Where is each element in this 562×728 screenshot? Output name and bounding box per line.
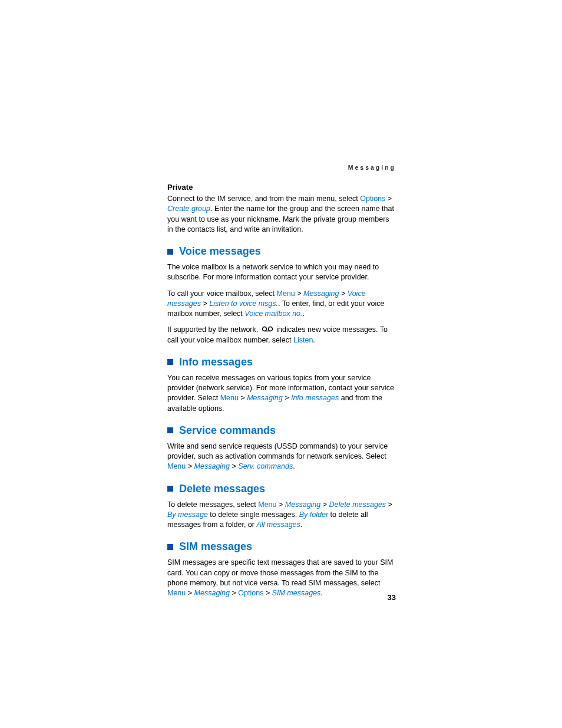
text: . bbox=[303, 309, 305, 318]
voice-p3: If supported by the network, indicates n… bbox=[167, 325, 396, 345]
text: to delete single messages, bbox=[208, 510, 299, 519]
separator: > bbox=[232, 462, 236, 470]
bullet-icon bbox=[167, 544, 173, 550]
text: SIM messages are specific text messages … bbox=[167, 558, 394, 587]
separator: > bbox=[279, 500, 283, 509]
heading-voice-messages: Voice messages bbox=[167, 245, 396, 258]
text: . bbox=[313, 336, 315, 344]
link-mailbox-no[interactable]: Voice mailbox no. bbox=[244, 309, 302, 318]
text: Write and send service requests (USSD co… bbox=[167, 442, 388, 460]
svg-point-1 bbox=[268, 327, 272, 331]
heading-text: Delete messages bbox=[179, 483, 265, 495]
heading-text: SIM messages bbox=[179, 541, 252, 553]
link-serv-commands[interactable]: Serv. commands bbox=[238, 462, 293, 470]
link-by-message[interactable]: By message bbox=[167, 510, 208, 519]
link-menu[interactable]: Menu bbox=[167, 462, 186, 470]
link-messaging[interactable]: Messaging bbox=[303, 289, 339, 298]
running-header: Messaging bbox=[167, 164, 396, 171]
link-delete-messages[interactable]: Delete messages bbox=[329, 500, 386, 509]
link-by-folder[interactable]: By folder bbox=[299, 510, 328, 519]
heading-text: Service commands bbox=[179, 424, 276, 437]
separator: > bbox=[240, 394, 244, 402]
text: To call your voice mailbox, select bbox=[167, 289, 277, 298]
separator: > bbox=[297, 289, 301, 298]
delete-p1: To delete messages, select Menu > Messag… bbox=[167, 500, 396, 531]
link-create-group[interactable]: Create group bbox=[167, 205, 210, 213]
heading-sim-messages: SIM messages bbox=[167, 541, 396, 553]
separator: > bbox=[285, 394, 289, 402]
bullet-icon bbox=[167, 486, 173, 492]
text: To delete messages, select bbox=[167, 500, 258, 509]
text: Connect to the IM service, and from the … bbox=[167, 195, 360, 203]
bullet-icon bbox=[167, 249, 173, 255]
voicemail-icon bbox=[262, 325, 273, 335]
link-listen-voice[interactable]: Listen to voice msgs. bbox=[209, 299, 278, 308]
bullet-icon bbox=[167, 359, 173, 365]
separator: > bbox=[188, 462, 192, 470]
heading-info-messages: Info messages bbox=[167, 356, 396, 368]
separator: > bbox=[323, 500, 327, 509]
link-all-messages[interactable]: All messages bbox=[256, 521, 300, 529]
link-messaging[interactable]: Messaging bbox=[285, 500, 320, 509]
sim-p1: SIM messages are specific text messages … bbox=[167, 558, 396, 598]
heading-delete-messages: Delete messages bbox=[167, 483, 396, 495]
heading-private: Private bbox=[167, 183, 396, 192]
link-options[interactable]: Options bbox=[360, 195, 385, 203]
link-menu[interactable]: Menu bbox=[258, 500, 276, 509]
separator: > bbox=[388, 500, 392, 509]
separator: > bbox=[388, 195, 392, 203]
page-content: Messaging Private Connect to the IM serv… bbox=[167, 164, 396, 604]
separator: > bbox=[341, 289, 345, 298]
svg-point-0 bbox=[262, 327, 266, 331]
service-p1: Write and send service requests (USSD co… bbox=[167, 442, 396, 472]
voice-p1: The voice mailbox is a network service t… bbox=[167, 262, 396, 283]
text: If supported by the network, bbox=[167, 325, 260, 334]
link-menu[interactable]: Menu bbox=[220, 394, 239, 402]
page-number: 33 bbox=[167, 593, 396, 602]
link-listen[interactable]: Listen bbox=[293, 336, 313, 344]
heading-text: Info messages bbox=[179, 356, 253, 368]
voice-p2: To call your voice mailbox, select Menu … bbox=[167, 289, 396, 319]
heading-service-commands: Service commands bbox=[167, 424, 396, 437]
private-paragraph: Connect to the IM service, and from the … bbox=[167, 194, 396, 235]
text: . bbox=[300, 521, 302, 529]
heading-text: Voice messages bbox=[179, 245, 261, 258]
text: . bbox=[293, 462, 295, 470]
link-menu[interactable]: Menu bbox=[277, 289, 295, 298]
info-p1: You can receive messages on various topi… bbox=[167, 373, 396, 414]
link-messaging[interactable]: Messaging bbox=[194, 462, 230, 470]
link-messaging[interactable]: Messaging bbox=[247, 394, 282, 402]
bullet-icon bbox=[167, 427, 173, 433]
link-info-messages[interactable]: Info messages bbox=[291, 394, 339, 402]
separator: > bbox=[203, 299, 207, 308]
